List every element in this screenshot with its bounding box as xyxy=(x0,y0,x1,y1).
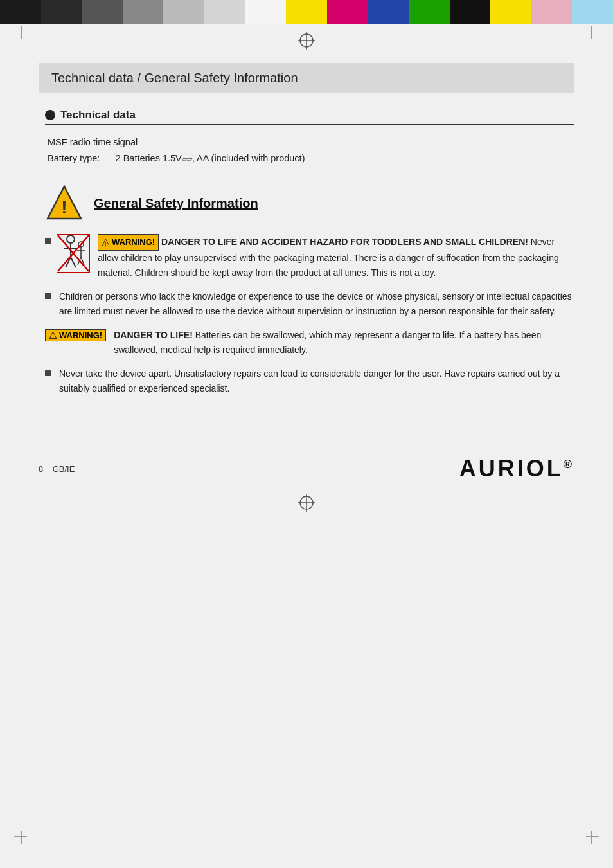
title-bullet xyxy=(45,110,55,120)
tech-line2: Battery type: 2 Batteries 1.5V⏥⏥, AA (in… xyxy=(48,150,574,167)
no-disassembly-text: Never take the device apart. Unsatisfact… xyxy=(59,366,574,396)
child-figure-icon xyxy=(57,234,90,273)
color-swatch-7 xyxy=(245,0,287,24)
color-swatch-13 xyxy=(490,0,531,24)
safety-item-battery-danger: ! WARNING! DANGER TO LIFE! Batteries can… xyxy=(45,328,574,357)
svg-line-15 xyxy=(71,257,76,267)
color-swatch-12 xyxy=(450,0,491,24)
page-info: 8 GB/IE xyxy=(39,464,75,474)
battery-label: Battery type: xyxy=(48,153,100,163)
color-swatch-10 xyxy=(368,0,409,24)
warning-triangle-small-1: ! xyxy=(102,235,110,249)
color-swatch-3 xyxy=(82,0,123,24)
tech-line1: MSF radio time signal xyxy=(48,134,574,150)
color-swatch-6 xyxy=(204,0,245,24)
tech-data-title-text: Technical data xyxy=(60,109,136,122)
item-bullet-2 xyxy=(45,293,51,299)
bottom-reg-row xyxy=(0,490,613,516)
danger-to-life-text: DANGER TO LIFE! xyxy=(114,330,193,340)
battery-danger-text: DANGER TO LIFE! Batteries can be swallow… xyxy=(114,328,574,357)
reg-line-top-left xyxy=(21,26,22,39)
main-content: Technical data / General Safety Informat… xyxy=(0,57,613,418)
color-swatch-2 xyxy=(41,0,82,24)
top-crosshair xyxy=(298,32,315,50)
safety-item-no-disassembly: Never take the device apart. Unsatisfact… xyxy=(45,366,574,396)
section-header: Technical data / General Safety Informat… xyxy=(39,63,574,93)
safety-header: ! General Safety Information xyxy=(45,184,574,222)
safety-section: ! General Safety Information xyxy=(39,184,574,396)
battery-detail: 2 Batteries 1.5V⏥⏥, AA (included with pr… xyxy=(116,153,305,163)
limited-persons-text: Children or persons who lack the knowled… xyxy=(59,289,574,319)
color-swatch-11 xyxy=(409,0,450,24)
page-locale: GB/IE xyxy=(53,464,75,474)
warning-badge-2: ! WARNING! xyxy=(45,329,106,341)
svg-point-11 xyxy=(67,235,75,243)
safety-items-list: ! WARNING! DANGER TO LIFE AND ACCIDENT H… xyxy=(45,234,574,396)
item-bullet-4 xyxy=(45,370,51,376)
bottom-crosshair xyxy=(298,494,315,512)
safety-item-child-warning: ! WARNING! DANGER TO LIFE AND ACCIDENT H… xyxy=(45,234,574,280)
color-swatch-9 xyxy=(327,0,368,24)
child-warning-bold-text: DANGER TO LIFE AND ACCIDENT HAZARD FOR T… xyxy=(161,237,528,247)
warning-triangle-icon: ! xyxy=(45,184,84,222)
reg-line-h-bot-right xyxy=(586,836,599,837)
bottom-strip xyxy=(0,490,613,516)
child-icon-area xyxy=(45,234,90,273)
reg-line-bot-left xyxy=(21,831,22,844)
tech-data-body: MSF radio time signal Battery type: 2 Ba… xyxy=(48,134,574,166)
warning-label-1: WARNING! xyxy=(112,235,155,249)
warning-label-2: WARNING! xyxy=(59,330,102,340)
color-swatch-14 xyxy=(531,0,573,24)
battery-warning-icon-area: ! WARNING! xyxy=(45,329,106,341)
color-bar xyxy=(0,0,613,24)
brand-name: AURIOL xyxy=(459,455,564,482)
svg-text:!: ! xyxy=(61,197,67,217)
svg-text:!: ! xyxy=(52,334,53,339)
brand-logo: AURIOL® xyxy=(459,455,574,482)
bottom-area: 8 GB/IE AURIOL® xyxy=(0,444,613,482)
child-warning-text: ! WARNING! DANGER TO LIFE AND ACCIDENT H… xyxy=(98,234,574,280)
item-bullet-1 xyxy=(45,238,51,244)
section-header-text: Technical data / General Safety Informat… xyxy=(51,71,298,85)
technical-data-section: Technical data MSF radio time signal Bat… xyxy=(39,109,574,166)
color-swatch-1 xyxy=(0,0,41,24)
reg-line-h-bot-left xyxy=(14,836,27,837)
color-swatch-4 xyxy=(123,0,164,24)
safety-title-text: General Safety Information xyxy=(94,196,258,211)
color-swatch-8 xyxy=(286,0,327,24)
svg-text:!: ! xyxy=(105,242,106,246)
registered-symbol: ® xyxy=(564,458,574,471)
warning-badge-1: ! WARNING! xyxy=(98,234,159,250)
tech-data-title: Technical data xyxy=(45,109,574,125)
reg-line-bot-right xyxy=(591,831,592,844)
reg-line-top-right xyxy=(591,26,592,39)
safety-item-limited-persons: Children or persons who lack the knowled… xyxy=(45,289,574,319)
page-number: 8 xyxy=(39,464,43,474)
color-swatch-5 xyxy=(163,0,204,24)
color-swatch-15 xyxy=(572,0,613,24)
top-registration-area xyxy=(0,24,613,57)
warning-triangle-small-2: ! xyxy=(49,331,57,339)
